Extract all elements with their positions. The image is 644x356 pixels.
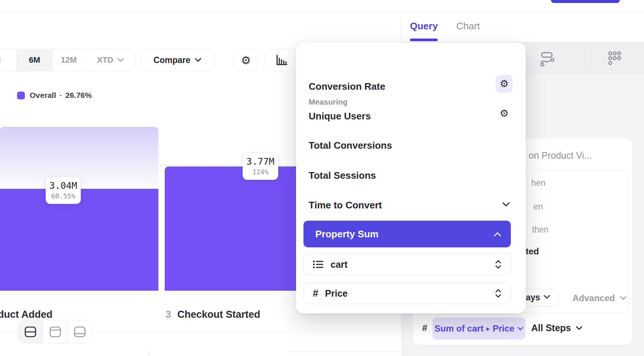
select-arrows-icon bbox=[494, 288, 502, 299]
menu-item-total-sessions[interactable]: Total Sessions bbox=[309, 170, 376, 181]
funnel-bar-step2 bbox=[0, 189, 158, 291]
time-range-segmented-control: M 6M 12M XTD bbox=[0, 49, 135, 71]
chevron-down-icon bbox=[620, 296, 627, 300]
gear-icon: ⚙ bbox=[500, 108, 509, 119]
time-range-xtd[interactable]: XTD bbox=[86, 49, 135, 71]
chevron-down-icon bbox=[195, 58, 201, 62]
flow-chart-type-button[interactable] bbox=[532, 45, 563, 71]
conversion-window-label: lays bbox=[523, 293, 540, 303]
select-arrows-icon bbox=[494, 259, 502, 270]
all-steps-dropdown[interactable]: All Steps bbox=[531, 323, 582, 333]
property-name-select[interactable]: # Price bbox=[303, 283, 511, 304]
header-divider bbox=[0, 12, 644, 12]
advanced-label: Advanced bbox=[572, 293, 615, 303]
step-label-product-added: duct Added bbox=[0, 309, 53, 320]
legend: Overall · 26.76% bbox=[17, 91, 92, 100]
chevron-down-icon bbox=[518, 327, 523, 331]
time-range-6m[interactable]: 6M bbox=[17, 49, 52, 71]
layout-header-row-button[interactable] bbox=[43, 320, 68, 343]
tab-query[interactable]: Query bbox=[410, 20, 438, 32]
chevron-down-icon bbox=[543, 295, 550, 299]
step-row-fragment-2: en bbox=[533, 202, 543, 212]
menu-item-total-conversions[interactable]: Total Conversions bbox=[309, 140, 392, 151]
split-rows-icon bbox=[24, 326, 37, 338]
app-window: M 6M 12M XTD Compare ⚙ Overall · 26.76% bbox=[0, 0, 644, 356]
header-row-icon bbox=[49, 326, 62, 338]
tab-chart[interactable]: Chart bbox=[456, 20, 480, 32]
chevron-down-icon bbox=[117, 58, 124, 62]
advanced-dropdown[interactable]: Advanced bbox=[572, 293, 627, 303]
gear-icon: ⚙ bbox=[500, 78, 509, 90]
value-label-step3: 3.77M 124% bbox=[243, 152, 278, 180]
measurement-chip[interactable]: Sum of cart ▸ Price bbox=[433, 317, 525, 340]
menu-item-property-sum-selected[interactable]: Property Sum bbox=[303, 221, 511, 247]
layout-split-rows-button[interactable] bbox=[18, 320, 43, 343]
number-property-icon: # bbox=[422, 323, 427, 333]
chip-property-label: Price bbox=[493, 323, 515, 334]
layout-toggle-group bbox=[18, 320, 92, 343]
menu-item-unique-users[interactable]: Unique Users bbox=[309, 111, 371, 122]
gear-icon: ⚙ bbox=[241, 54, 251, 67]
compare-label: Compare bbox=[154, 55, 191, 65]
property-name-value: Price bbox=[325, 288, 348, 299]
chart-settings-button[interactable]: ⚙ bbox=[234, 49, 258, 71]
step-row-fragment-3: then bbox=[532, 225, 549, 235]
percent-step2: 60.55% bbox=[46, 191, 80, 201]
list-icon bbox=[312, 259, 324, 270]
lower-section-tick bbox=[149, 352, 150, 356]
value-label-step2: 3.04M 60.55% bbox=[46, 177, 81, 204]
property-event-select[interactable]: cart bbox=[303, 254, 511, 275]
chart-type-button[interactable] bbox=[264, 49, 297, 71]
chevron-down-icon bbox=[576, 326, 582, 330]
toolbar-divider bbox=[584, 44, 585, 72]
panel-divider bbox=[401, 12, 401, 42]
property-event-value: cart bbox=[331, 259, 348, 270]
active-tab-underline bbox=[410, 39, 438, 41]
hash-icon: # bbox=[313, 288, 318, 299]
legend-swatch bbox=[17, 92, 25, 99]
flows-icon bbox=[539, 50, 556, 67]
property-sum-label: Property Sum bbox=[315, 228, 379, 240]
legend-separator: · bbox=[59, 91, 62, 100]
time-range-12m[interactable]: 12M bbox=[52, 49, 86, 71]
chip-metric-label: Sum of cart bbox=[434, 323, 483, 334]
primary-action-button-partial[interactable] bbox=[551, 0, 620, 3]
menu-item-conversion-rate[interactable]: Conversion Rate bbox=[309, 81, 385, 92]
step-number: 3 bbox=[165, 309, 171, 320]
layout-footer-row-button[interactable] bbox=[68, 320, 92, 343]
step-label-checkout-started: 3 Checkout Started bbox=[165, 309, 260, 320]
more-chart-types-button[interactable] bbox=[599, 45, 630, 71]
time-range-xtd-label: XTD bbox=[97, 55, 114, 65]
legend-series-label: Overall bbox=[30, 91, 56, 100]
triangle-right-icon: ▸ bbox=[486, 325, 490, 333]
legend-conversion-value: 26.76% bbox=[65, 91, 92, 100]
bar-chart-icon bbox=[273, 53, 288, 67]
conversion-rate-settings-button[interactable]: ⚙ bbox=[496, 75, 513, 93]
unique-users-settings-button[interactable]: ⚙ bbox=[496, 105, 513, 122]
percent-step3: 124% bbox=[243, 167, 278, 177]
step-name: Checkout Started bbox=[177, 309, 260, 320]
all-steps-label: All Steps bbox=[531, 323, 571, 333]
time-range-m[interactable]: M bbox=[0, 49, 17, 71]
footer-row-icon bbox=[73, 326, 86, 338]
measuring-dropdown: Measuring Conversion Rate ⚙ Unique Users… bbox=[296, 43, 526, 313]
compare-button[interactable]: Compare bbox=[141, 49, 214, 71]
step-row-fragment-4: ted bbox=[526, 246, 539, 257]
value-step3: 3.77M bbox=[243, 156, 278, 167]
value-step2: 3.04M bbox=[46, 180, 80, 191]
chevron-up-icon bbox=[494, 232, 501, 237]
dots-grid-icon bbox=[607, 50, 623, 66]
query-card-header: on Product Vi... bbox=[529, 150, 592, 161]
lower-section-divider bbox=[288, 352, 401, 352]
menu-item-time-to-convert[interactable]: Time to Convert bbox=[309, 200, 382, 211]
measuring-title: Measuring bbox=[309, 98, 348, 106]
chevron-down-icon bbox=[502, 202, 510, 207]
step-row-fragment-1: hen bbox=[531, 178, 545, 188]
